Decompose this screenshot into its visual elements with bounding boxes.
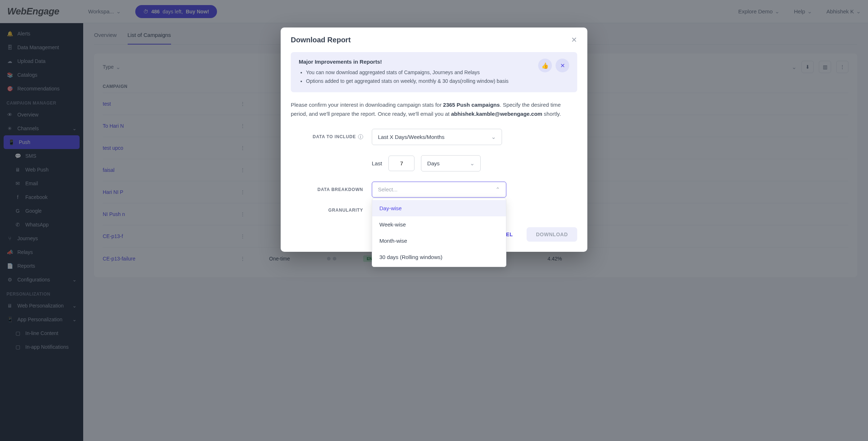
breakdown-dropdown-menu: Day-wise Week-wise Month-wise 30 days (R… <box>372 198 506 267</box>
chevron-down-icon <box>491 133 496 140</box>
breakdown-option-day-wise[interactable]: Day-wise <box>372 200 506 216</box>
banner-bullet: You can now download aggregated stats of… <box>306 68 509 77</box>
data-include-value: Last X Days/Weeks/Months <box>378 134 444 140</box>
dismiss-banner-button[interactable]: ✕ <box>556 59 569 72</box>
last-number-input[interactable] <box>388 156 414 171</box>
modal-title: Download Report <box>291 36 351 44</box>
info-banner: Major Improvements in Reports! You can n… <box>291 52 577 92</box>
confirm-text: Please confirm your interest in download… <box>291 100 577 119</box>
last-label: Last <box>372 160 382 166</box>
confirm-post: shortly. <box>542 111 561 117</box>
banner-title: Major Improvements in Reports! <box>299 59 509 65</box>
modal-close-button[interactable]: ✕ <box>571 35 577 44</box>
last-unit-select[interactable]: Days <box>421 155 481 171</box>
data-breakdown-select[interactable]: Select... ⌃ <box>372 182 506 198</box>
download-button[interactable]: DOWNLOAD <box>527 227 577 242</box>
chevron-down-icon <box>470 160 475 167</box>
data-breakdown-placeholder: Select... <box>378 186 397 192</box>
thumbs-up-button[interactable]: 👍 <box>538 59 552 72</box>
data-include-label: DATA TO INCLUDE <box>312 134 356 139</box>
breakdown-option-rolling[interactable]: 30 days (Rolling windows) <box>372 249 506 265</box>
last-unit-value: Days <box>427 160 439 166</box>
confirm-pre: Please confirm your interest in download… <box>291 102 443 108</box>
confirm-campaign-count: 2365 Push campaigns <box>443 102 500 108</box>
banner-bullet: Options added to get aggregated stats on… <box>306 77 509 86</box>
data-breakdown-label: DATA BREAKDOWN <box>318 187 363 192</box>
granularity-label: GRANULARITY <box>328 208 363 213</box>
chevron-up-icon: ⌃ <box>495 186 500 193</box>
confirm-email: abhishek.kamble@webengage.com <box>451 111 542 117</box>
info-icon[interactable]: i <box>358 134 363 139</box>
modal-overlay: Download Report ✕ Major Improvements in … <box>0 0 868 441</box>
download-report-modal: Download Report ✕ Major Improvements in … <box>281 27 587 252</box>
breakdown-option-month-wise[interactable]: Month-wise <box>372 233 506 249</box>
breakdown-option-week-wise[interactable]: Week-wise <box>372 216 506 233</box>
data-include-select[interactable]: Last X Days/Weeks/Months <box>372 129 502 145</box>
